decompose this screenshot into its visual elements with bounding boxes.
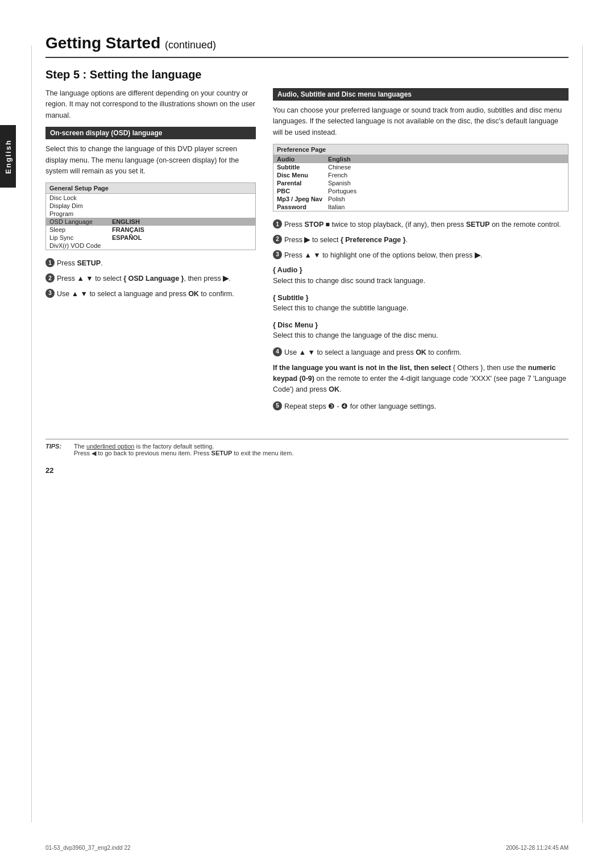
- tips-line-1: The underlined option is the factory def…: [74, 443, 569, 450]
- osd-description: Select this to change the language of th…: [45, 144, 256, 177]
- audio-steps-list: 1 Press STOP ■ twice to stop playback, (…: [273, 219, 569, 260]
- pref-row-pbc: PBCPortugues: [273, 187, 568, 195]
- intro-text: The language options are different depen…: [45, 88, 256, 121]
- step-content: Use ▲ ▼ to select a language and press O…: [57, 289, 256, 300]
- step-content: Press SETUP.: [57, 258, 256, 269]
- table-row: DivX(r) VOD Code: [46, 242, 255, 250]
- step4-content: Use ▲ ▼ to select a language and press O…: [284, 347, 569, 358]
- step-content: Press ▲ ▼ to select { OSD Language }, th…: [57, 273, 256, 284]
- table-row: Display Dim: [46, 202, 255, 210]
- step-item: 3 Press ▲ ▼ to highlight one of the opti…: [273, 250, 569, 261]
- pref-row-mp3: Mp3 / Jpeg NavPolish: [273, 195, 568, 203]
- pref-row-subtitle: SubtitleChinese: [273, 163, 568, 171]
- osd-section-header: On-screen display (OSD) language: [45, 127, 256, 139]
- step-item-5: 5 Repeat steps ❸ - ❹ for other language …: [273, 401, 569, 412]
- bold-note: If the language you want is not in the l…: [273, 363, 569, 396]
- step5-list: 5 Repeat steps ❸ - ❹ for other language …: [273, 401, 569, 412]
- step-heading: Step 5 : Setting the language: [45, 68, 569, 81]
- page-container: English Getting Started (continued) Step…: [0, 0, 614, 868]
- audio-sub-text: Select this to change disc sound track l…: [273, 276, 569, 286]
- step-content: Press STOP ■ twice to stop playback, (if…: [284, 219, 569, 230]
- tips-line-2: Press ◀ to go back to previous menu item…: [74, 450, 569, 457]
- main-content: The language options are different depen…: [45, 88, 569, 416]
- step-number: 2: [45, 273, 55, 283]
- table-row-osd-language: OSD LanguageENGLISH: [46, 218, 255, 226]
- table-row: Lip SyncESPAÑOL: [46, 234, 255, 242]
- audio-section-header: Audio, Subtitle and Disc menu languages: [273, 88, 569, 101]
- step-number: 3: [273, 250, 282, 259]
- disc-menu-sub-header: { Disc Menu }: [273, 320, 569, 331]
- pref-row-audio: AudioEnglish: [273, 155, 568, 163]
- footer-right: 2006-12-28 11:24:45 AM: [506, 845, 569, 851]
- pref-table-header: Preference Page: [273, 144, 568, 155]
- tips-label: TIPS:: [45, 443, 68, 457]
- subtitle-sub-header: { Subtitle }: [273, 293, 569, 304]
- left-decorative-line: [31, 45, 32, 823]
- disc-menu-sub-item: { Disc Menu } Select this to change the …: [273, 320, 569, 342]
- disc-menu-sub-text: Select this to change the language of th…: [273, 330, 569, 341]
- pref-row-parental: ParentalSpanish: [273, 179, 568, 187]
- left-column: The language options are different depen…: [45, 88, 256, 416]
- preference-table: Preference Page AudioEnglish SubtitleChi…: [273, 144, 569, 211]
- audio-intro: You can choose your preferred language o…: [273, 105, 569, 138]
- setup-table-header: General Setup Page: [46, 183, 255, 194]
- subtitle-sub-item: { Subtitle } Select this to change the s…: [273, 293, 569, 314]
- step-content: Press ▲ ▼ to highlight one of the option…: [284, 250, 569, 261]
- step-number: 1: [273, 219, 282, 229]
- step-content: Press ▶ to select { Preference Page }.: [284, 235, 569, 246]
- pref-row-disc-menu: Disc MenuFrench: [273, 171, 568, 179]
- step-number: 4: [273, 347, 282, 356]
- right-column: Audio, Subtitle and Disc menu languages …: [273, 88, 569, 416]
- audio-sub-item: { Audio } Select this to change disc sou…: [273, 265, 569, 286]
- table-row: SleepFRANÇAIS: [46, 226, 255, 234]
- step-item: 2 Press ▲ ▼ to select { OSD Language }, …: [45, 273, 256, 284]
- step-number: 1: [45, 258, 55, 267]
- step-number: 2: [273, 235, 282, 244]
- right-decorative-line: [582, 45, 583, 823]
- page-footer: 01-53_dvp3960_37_eng2.indd 22 2006-12-28…: [45, 845, 569, 851]
- tips-content: The underlined option is the factory def…: [74, 443, 569, 457]
- language-tab-label: English: [4, 139, 13, 174]
- step4-list: 4 Use ▲ ▼ to select a language and press…: [273, 347, 569, 358]
- step-item: 1 Press SETUP.: [45, 258, 256, 269]
- step-number: 5: [273, 401, 282, 410]
- table-row: Disc Lock: [46, 194, 255, 202]
- table-row: Program: [46, 210, 255, 218]
- step-number: 3: [45, 289, 55, 298]
- step-item-4: 4 Use ▲ ▼ to select a language and press…: [273, 347, 569, 358]
- page-header: Getting Started (continued): [45, 34, 569, 58]
- page-number: 22: [45, 466, 569, 475]
- step5-content: Repeat steps ❸ - ❹ for other language se…: [284, 401, 569, 412]
- subtitle-sub-text: Select this to change the subtitle langu…: [273, 303, 569, 314]
- pref-row-password: PasswordItalian: [273, 203, 568, 211]
- language-tab: English: [0, 125, 16, 188]
- setup-table: General Setup Page Disc Lock Display Dim…: [45, 182, 256, 250]
- step-item: 1 Press STOP ■ twice to stop playback, (…: [273, 219, 569, 230]
- step-item: 2 Press ▶ to select { Preference Page }.: [273, 235, 569, 246]
- tips-section: TIPS: The underlined option is the facto…: [45, 439, 569, 457]
- step-item: 3 Use ▲ ▼ to select a language and press…: [45, 289, 256, 300]
- osd-steps-list: 1 Press SETUP. 2 Press ▲ ▼ to select { O…: [45, 258, 256, 299]
- footer-left: 01-53_dvp3960_37_eng2.indd 22: [45, 845, 131, 851]
- audio-sub-header: { Audio }: [273, 265, 569, 276]
- page-title: Getting Started (continued): [45, 34, 569, 52]
- page-title-continued: (continued): [165, 39, 216, 51]
